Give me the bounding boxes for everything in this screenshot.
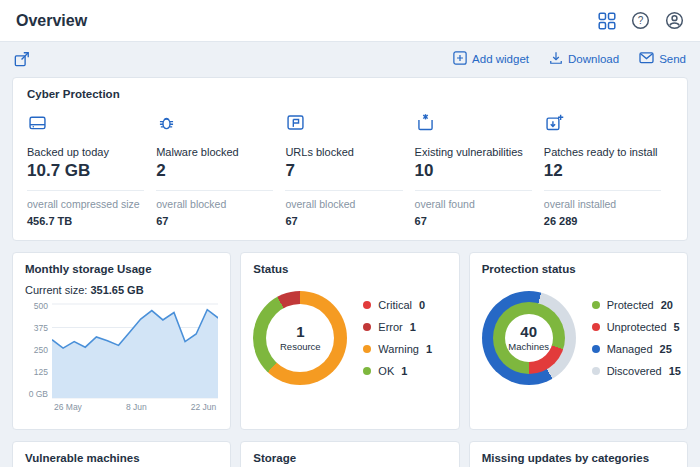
protection-legend: Protected 20 Unprotected 5 Managed 25	[592, 299, 681, 377]
status-count: 1	[296, 324, 304, 341]
widget-title: Status	[253, 263, 446, 275]
legend-item-warning: Warning 1	[363, 343, 432, 355]
patch-icon	[544, 119, 565, 136]
stat-label: Patches ready to install	[544, 146, 661, 158]
cyber-protection-stats: Backed up today 10.7 GB overall compress…	[27, 112, 673, 227]
widget-title: Storage	[253, 452, 446, 464]
legend-value: 20	[661, 299, 673, 311]
stat-value: 7	[285, 161, 402, 181]
y-axis-labels: 500 375 250 125 0 GB	[25, 303, 52, 399]
stat-subvalue: 67	[285, 215, 402, 227]
page-title: Overview	[16, 12, 87, 30]
protection-status-widget: Protection status 40 Machines Protected …	[469, 252, 688, 430]
stat-subvalue: 26 289	[544, 215, 661, 227]
legend-value: 1	[426, 343, 432, 355]
stat-value: 12	[544, 161, 661, 181]
download-label: Download	[568, 53, 619, 65]
divider	[415, 190, 532, 191]
legend-label: Critical	[378, 299, 412, 311]
stat-subvalue: 67	[415, 215, 532, 227]
current-size-label: Current size:	[25, 284, 87, 296]
stat-label: Existing vulnerabilities	[415, 146, 532, 158]
expand-widgets-icon[interactable]	[14, 51, 30, 67]
current-size: Current size: 351.65 GB	[25, 284, 218, 296]
status-widget-body: 1 Resource Critical 0 Error 1	[253, 291, 446, 385]
storage-widget: Storage	[240, 441, 459, 467]
widget-row-2: Vulnerable machines Storage Missing upda…	[12, 441, 688, 467]
legend-item-ok: OK 1	[363, 365, 432, 377]
send-button[interactable]: Send	[639, 51, 686, 66]
status-donut-center: 1 Resource	[266, 304, 334, 372]
x-tick: 26 May	[54, 402, 82, 412]
stat-existing-vulnerabilities: Existing vulnerabilities 10 overall foun…	[415, 112, 544, 227]
legend-value: 1	[410, 321, 416, 333]
stat-backed-up-today: Backed up today 10.7 GB overall compress…	[27, 112, 156, 227]
widget-title: Missing updates by categories	[482, 452, 675, 464]
stat-sublabel: overall blocked	[285, 198, 402, 210]
storage-chart: 500 375 250 125 0 GB	[25, 303, 218, 399]
divider	[544, 190, 661, 191]
y-tick: 125	[25, 368, 48, 377]
legend-item-managed: Managed 25	[592, 343, 681, 355]
url-blocked-icon	[285, 119, 306, 136]
machines-count: 40	[520, 324, 537, 341]
legend-label: Protected	[607, 299, 654, 311]
stat-subvalue: 456.7 TB	[27, 215, 144, 227]
status-widget: Status 1 Resource Critical 0	[240, 252, 459, 430]
legend-label: Discovered	[607, 365, 662, 377]
y-tick: 500	[25, 302, 48, 311]
stat-sublabel: overall found	[415, 198, 532, 210]
stat-sublabel: overall installed	[544, 198, 661, 210]
account-icon[interactable]	[665, 11, 684, 30]
protected-dot	[592, 301, 600, 309]
x-axis-labels: 26 May 8 Jun 22 Jun	[54, 402, 216, 412]
missing-updates-widget: Missing updates by categories	[469, 441, 688, 467]
divider	[285, 190, 402, 191]
widget-title: Vulnerable machines	[25, 452, 218, 464]
protection-donut-center: 40 Machines	[505, 314, 553, 362]
status-count-label: Resource	[280, 341, 321, 352]
topbar: Overview ?	[0, 0, 700, 42]
critical-dot	[363, 301, 371, 309]
current-size-value: 351.65 GB	[90, 284, 143, 296]
legend-value: 1	[401, 365, 407, 377]
discovered-dot	[592, 367, 600, 375]
cyber-protection-title: Cyber Protection	[27, 88, 673, 100]
protection-widget-body: 40 Machines Protected 20 Unprotected 5	[482, 291, 675, 385]
legend-value: 25	[660, 343, 672, 355]
backup-icon	[27, 119, 48, 136]
svg-text:?: ?	[638, 15, 644, 26]
legend-value: 5	[674, 321, 680, 333]
legend-item-error: Error 1	[363, 321, 432, 333]
topbar-icons: ?	[598, 11, 684, 30]
legend-label: Warning	[378, 343, 419, 355]
vulnerabilities-icon	[415, 119, 436, 136]
storage-area-chart	[52, 303, 218, 399]
status-donut-ring: 1 Resource	[253, 291, 347, 385]
stat-value: 2	[156, 161, 273, 181]
ok-dot	[363, 367, 371, 375]
legend-label: Error	[378, 321, 402, 333]
divider	[156, 190, 273, 191]
send-envelope-icon	[639, 51, 654, 66]
add-widget-button[interactable]: Add widget	[453, 51, 529, 67]
legend-item-unprotected: Unprotected 5	[592, 321, 681, 333]
y-tick: 250	[25, 346, 48, 355]
legend-item-critical: Critical 0	[363, 299, 432, 311]
widget-title: Monthly storage Usage	[25, 263, 218, 275]
cyber-protection-card: Cyber Protection Backed up today 10.7 GB…	[12, 77, 688, 241]
machines-count-label: Machines	[508, 341, 549, 352]
legend-value: 15	[669, 365, 681, 377]
monthly-storage-widget: Monthly storage Usage Current size: 351.…	[12, 252, 231, 430]
apps-grid-icon[interactable]	[598, 12, 616, 30]
stat-label: URLs blocked	[285, 146, 402, 158]
download-icon	[549, 51, 563, 67]
toolbar-actions: Add widget Download Send	[453, 51, 686, 67]
help-icon[interactable]: ?	[631, 11, 650, 30]
stat-label: Malware blocked	[156, 146, 273, 158]
plus-square-icon	[453, 51, 467, 67]
vulnerable-machines-widget: Vulnerable machines	[12, 441, 231, 467]
download-button[interactable]: Download	[549, 51, 619, 67]
stat-urls-blocked: URLs blocked 7 overall blocked 67	[285, 112, 414, 227]
y-tick: 0 GB	[25, 390, 48, 399]
